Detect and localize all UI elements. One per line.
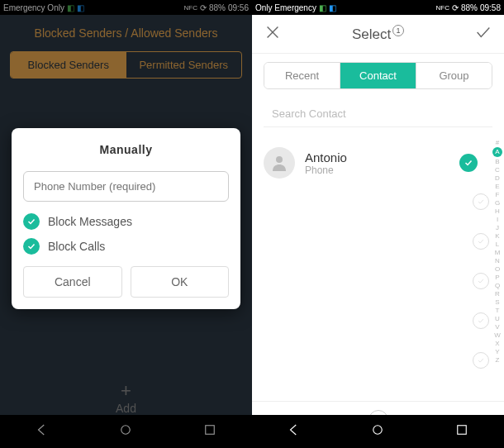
alpha-letter[interactable]: T — [496, 307, 500, 314]
alpha-letter[interactable]: D — [495, 174, 500, 182]
select-header: Select1 — [252, 15, 504, 54]
alpha-letter[interactable]: W — [494, 331, 501, 339]
alpha-letter[interactable]: Z — [496, 356, 500, 364]
dialog-title: Manually — [23, 143, 229, 156]
empty-check-icon — [473, 193, 489, 210]
selected-checkmark-icon — [459, 154, 478, 172]
tab-blocked-senders[interactable]: Blocked Senders — [11, 52, 126, 78]
svg-point-4 — [276, 156, 283, 163]
avatar-icon — [264, 147, 295, 179]
alpha-letter[interactable]: R — [495, 290, 500, 298]
add-manually-dialog: Manually Block Messages Block Calls Canc… — [12, 128, 240, 309]
alpha-letter[interactable]: Q — [495, 282, 500, 289]
sender-tabs: Blocked Senders Permitted Senders — [10, 51, 242, 79]
clock-text: 09:56 — [228, 3, 249, 12]
svg-rect-6 — [458, 426, 467, 435]
home-icon[interactable] — [118, 422, 133, 441]
home-icon[interactable] — [370, 422, 385, 441]
alpha-letter[interactable]: M — [495, 249, 501, 256]
alpha-letter[interactable]: U — [495, 315, 500, 322]
right-screenshot: Only Emergency ◧◧ NFC ⟳ 88% 09:58 Select… — [252, 0, 504, 448]
carrier-text: Only Emergency — [255, 3, 316, 12]
recent-apps-icon[interactable] — [454, 422, 469, 441]
left-screenshot: Emergency Only ◧◧ NFC ⟳ 88% 09:56 Blocke… — [0, 0, 252, 448]
alpha-letter[interactable]: P — [495, 274, 499, 281]
carrier-text: Emergency Only — [3, 3, 64, 12]
alpha-letter[interactable]: K — [495, 232, 499, 240]
alpha-letter[interactable]: I — [497, 216, 498, 223]
alpha-letter[interactable]: Y — [495, 348, 499, 355]
android-navbar — [0, 415, 252, 448]
block-calls-row[interactable]: Block Calls — [23, 238, 229, 255]
checkmark-icon — [23, 213, 40, 230]
alpha-letter[interactable]: A — [492, 147, 502, 157]
checkmark-icon — [23, 238, 40, 255]
svg-rect-1 — [206, 426, 215, 435]
alpha-letter[interactable]: X — [495, 340, 499, 347]
confirm-icon[interactable] — [474, 23, 492, 45]
alpha-letter[interactable]: N — [495, 257, 500, 265]
contact-subtitle: Phone — [305, 164, 449, 176]
alpha-letter[interactable]: S — [495, 298, 499, 306]
tab-permitted-senders[interactable]: Permitted Senders — [126, 52, 242, 78]
android-navbar — [252, 415, 504, 448]
alpha-letter[interactable]: E — [495, 183, 499, 190]
block-calls-label: Block Calls — [48, 240, 105, 253]
search-input[interactable]: Search Contact — [264, 101, 492, 127]
alpha-index[interactable]: #ABCDEFGHIJKLMNOPQRSTUVWXYZ — [492, 139, 502, 364]
ok-button[interactable]: OK — [131, 266, 230, 298]
back-icon[interactable] — [287, 422, 302, 441]
page-title: Blocked Senders / Allowed Senders — [0, 15, 252, 51]
svg-point-0 — [121, 426, 131, 435]
alpha-letter[interactable]: C — [495, 166, 500, 174]
block-messages-label: Block Messages — [48, 215, 132, 228]
recent-apps-icon[interactable] — [202, 422, 217, 441]
empty-check-icon — [473, 312, 489, 329]
tab-contact[interactable]: Contact — [340, 63, 416, 88]
tab-group[interactable]: Group — [416, 63, 492, 88]
alpha-letter[interactable]: O — [495, 265, 500, 273]
alpha-letter[interactable]: H — [495, 207, 500, 215]
selection-placeholders — [473, 182, 489, 380]
alpha-letter[interactable]: B — [495, 158, 499, 165]
clock-text: 09:58 — [480, 3, 501, 12]
alpha-letter[interactable]: J — [496, 224, 499, 231]
block-messages-row[interactable]: Block Messages — [23, 213, 229, 230]
empty-check-icon — [473, 233, 489, 250]
selection-count: 1 — [392, 25, 404, 36]
add-button[interactable]: + Add — [0, 380, 252, 415]
alpha-letter[interactable]: V — [495, 323, 499, 331]
status-bar: Only Emergency ◧◧ NFC ⟳ 88% 09:58 — [252, 0, 504, 15]
empty-check-icon — [473, 352, 489, 369]
source-tabs: Recent Contact Group — [264, 62, 492, 89]
cancel-button[interactable]: Cancel — [23, 266, 122, 298]
alpha-letter[interactable]: F — [496, 191, 500, 198]
back-icon[interactable] — [35, 422, 50, 441]
select-title: Select1 — [352, 25, 404, 43]
phone-number-input[interactable] — [23, 171, 229, 202]
contact-list: Antonio Phone #ABCDEFGHIJKLMNOPQRSTUVWXY… — [252, 136, 504, 401]
status-bar: Emergency Only ◧◧ NFC ⟳ 88% 09:56 — [0, 0, 252, 15]
battery-text: 88% — [209, 3, 226, 12]
contact-row[interactable]: Antonio Phone — [264, 142, 492, 183]
tab-recent[interactable]: Recent — [264, 63, 340, 88]
alpha-letter[interactable]: L — [496, 241, 499, 248]
battery-text: 88% — [461, 3, 478, 12]
empty-check-icon — [473, 273, 489, 289]
alpha-letter[interactable]: # — [496, 139, 499, 146]
plus-icon: + — [0, 380, 252, 402]
contact-name: Antonio — [305, 150, 449, 164]
add-label: Add — [116, 402, 136, 415]
alpha-letter[interactable]: G — [495, 199, 500, 207]
svg-point-5 — [373, 426, 383, 435]
close-icon[interactable] — [264, 23, 282, 45]
